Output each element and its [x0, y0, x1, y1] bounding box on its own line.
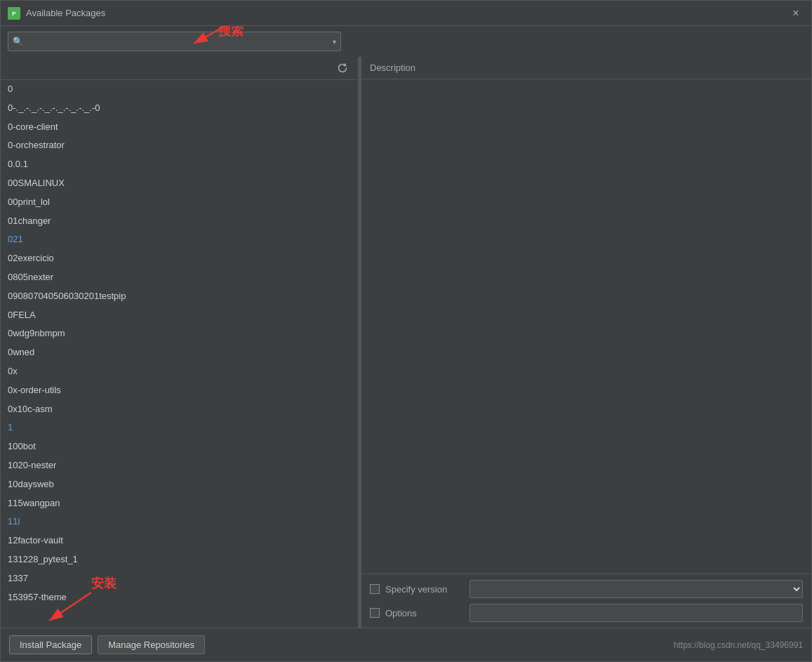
list-item[interactable]: 021 [1, 230, 358, 249]
options-label: Options [385, 608, 470, 618]
version-select[interactable] [470, 580, 803, 598]
window-title: Available Packages [26, 8, 787, 18]
package-list-header [1, 57, 358, 80]
list-item[interactable]: 0x10c-asm [1, 400, 358, 419]
right-panel: Description Specify version Options [361, 57, 811, 628]
options-input[interactable] [470, 604, 803, 622]
list-item[interactable]: 1 [1, 418, 358, 437]
list-item[interactable]: 0wned [1, 343, 358, 362]
search-icon: 🔍 [13, 37, 23, 46]
list-item[interactable]: 12factor-vault [1, 531, 358, 550]
manage-repositories-button[interactable]: Manage Repositories [98, 635, 205, 654]
options-row: Options [370, 604, 803, 622]
url-text: https://blog.csdn.net/qq_33496991 [674, 640, 803, 650]
options-checkbox[interactable] [370, 608, 380, 618]
list-item[interactable]: 0.0.1 [1, 155, 358, 174]
search-input[interactable] [26, 37, 333, 47]
specify-version-checkbox[interactable] [370, 584, 380, 594]
refresh-button[interactable] [334, 60, 351, 77]
list-item[interactable]: 0wdg9nbmpm [1, 324, 358, 343]
description-header: Description [361, 57, 811, 79]
list-item[interactable]: 0FELA [1, 306, 358, 325]
available-packages-window: P Available Packages × 🔍 ▾ 搜索 [0, 0, 812, 662]
list-item[interactable]: 090807040506030201testpip [1, 287, 358, 306]
package-list[interactable]: 00-._.-._.-._.-._.-._.-._.-00-core-clien… [1, 80, 358, 628]
bottom-bar: Install Package Manage Repositories 安装 h… [1, 628, 811, 661]
specify-version-label: Specify version [385, 584, 470, 595]
list-item[interactable]: 1020-nester [1, 456, 358, 475]
list-item[interactable]: 0-._.-._.-._.-._.-._.-._.-0 [1, 99, 358, 118]
list-item[interactable]: 1337 [1, 569, 358, 588]
list-item[interactable]: 0 [1, 80, 358, 99]
search-bar-row: 🔍 ▾ 搜索 [1, 26, 811, 57]
list-item[interactable]: 01changer [1, 212, 358, 231]
description-content [361, 79, 811, 574]
app-icon: P [8, 7, 20, 20]
bottom-options: Specify version Options [361, 574, 811, 628]
list-item[interactable]: 00print_lol [1, 193, 358, 212]
list-item[interactable]: 0805nexter [1, 268, 358, 287]
close-button[interactable]: × [787, 5, 804, 22]
title-bar: P Available Packages × [1, 1, 811, 26]
search-wrapper[interactable]: 🔍 ▾ [8, 32, 341, 51]
list-item[interactable]: 115wangpan [1, 494, 358, 513]
list-item[interactable]: 0-orchestrator [1, 136, 358, 155]
main-panels: 00-._.-._.-._.-._.-._.-._.-00-core-clien… [1, 57, 811, 628]
search-dropdown-arrow[interactable]: ▾ [333, 38, 336, 46]
list-item[interactable]: 0-core-client [1, 118, 358, 137]
install-package-button[interactable]: Install Package [9, 635, 92, 654]
content-area: 🔍 ▾ 搜索 [1, 26, 811, 661]
list-item[interactable]: 153957-theme [1, 588, 358, 607]
list-item[interactable]: 0x [1, 362, 358, 381]
list-item[interactable]: 02exercicio [1, 249, 358, 268]
list-item[interactable]: 10daysweb [1, 475, 358, 494]
list-item[interactable]: 131228_pytest_1 [1, 550, 358, 569]
list-item[interactable]: 100bot [1, 437, 358, 456]
specify-version-row: Specify version [370, 580, 803, 598]
list-item[interactable]: 0x-order-utils [1, 381, 358, 400]
left-panel: 00-._.-._.-._.-._.-._.-._.-00-core-clien… [1, 57, 359, 628]
list-item[interactable]: 11l [1, 512, 358, 531]
svg-text:P: P [12, 11, 16, 17]
list-item[interactable]: 00SMALINUX [1, 174, 358, 193]
